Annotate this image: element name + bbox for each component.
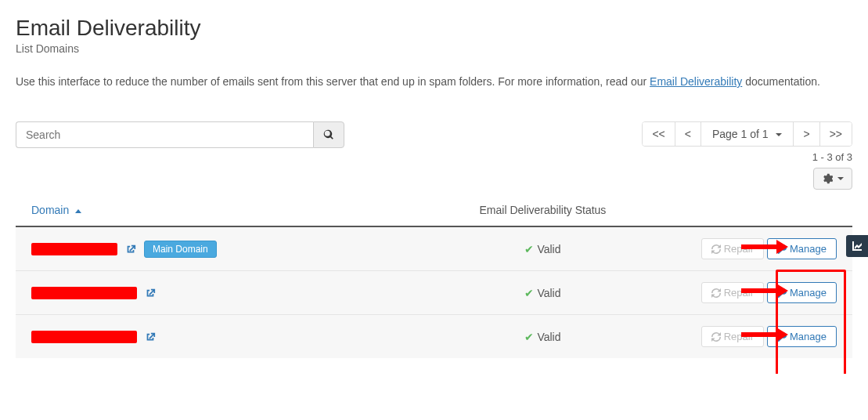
email-deliverability-link[interactable]: Email Deliverability xyxy=(650,75,742,88)
status-valid: ✔Valid xyxy=(524,243,560,255)
manage-button[interactable]: Manage xyxy=(767,326,837,347)
caret-down-icon xyxy=(837,177,844,180)
page-count: 1 - 3 of 3 xyxy=(642,151,852,163)
table-row: Main Domain✔ValidRepairManage xyxy=(16,226,852,271)
page-prev-button[interactable]: < xyxy=(675,122,701,146)
status-valid: ✔Valid xyxy=(524,331,560,343)
page-next-button[interactable]: > xyxy=(794,122,819,146)
manage-button[interactable]: Manage xyxy=(767,282,837,303)
external-link-icon[interactable] xyxy=(145,288,156,299)
status-valid: ✔Valid xyxy=(524,287,560,299)
search-input[interactable] xyxy=(16,121,313,148)
repair-button: Repair xyxy=(701,238,764,259)
table-row: ✔ValidRepairManage xyxy=(16,315,852,359)
page-subtitle: List Domains xyxy=(16,42,852,55)
search-icon xyxy=(323,129,334,140)
table-settings-button[interactable] xyxy=(813,168,852,190)
report-widget-button[interactable] xyxy=(846,235,868,257)
main-domain-badge: Main Domain xyxy=(144,241,217,258)
pagination: << < Page 1 of 1 > >> xyxy=(642,121,852,147)
page-select-button[interactable]: Page 1 of 1 xyxy=(701,122,794,146)
wrench-icon xyxy=(777,332,787,342)
column-header-status: Email Deliverability Status xyxy=(417,196,668,226)
page-first-button[interactable]: << xyxy=(643,122,675,146)
column-header-domain[interactable]: Domain xyxy=(16,196,417,226)
search-button[interactable] xyxy=(313,121,344,148)
domain-name-redacted xyxy=(31,331,137,343)
wrench-icon xyxy=(777,244,787,254)
wrench-icon xyxy=(777,288,787,298)
refresh-icon xyxy=(711,332,721,342)
search-group xyxy=(16,121,344,148)
description-text-pre: Use this interface to reduce the number … xyxy=(16,75,650,88)
check-icon: ✔ xyxy=(524,243,534,255)
chart-icon xyxy=(851,240,863,252)
repair-button: Repair xyxy=(701,282,764,303)
gear-icon xyxy=(822,173,833,184)
domains-table: Domain Email Deliverability Status Main … xyxy=(16,196,852,358)
external-link-icon[interactable] xyxy=(145,331,156,342)
sort-asc-icon xyxy=(75,209,81,213)
page-last-button[interactable]: >> xyxy=(820,122,852,146)
domain-name-redacted xyxy=(31,287,137,299)
page-label: Page 1 of 1 xyxy=(712,128,769,140)
caret-down-icon xyxy=(776,133,782,136)
refresh-icon xyxy=(711,288,721,298)
manage-button[interactable]: Manage xyxy=(767,238,837,259)
page-description: Use this interface to reduce the number … xyxy=(16,74,852,90)
column-header-domain-label: Domain xyxy=(31,204,69,216)
domain-name-redacted xyxy=(31,243,117,255)
page-title: Email Deliverability xyxy=(16,16,852,41)
repair-button: Repair xyxy=(701,326,764,347)
table-row: ✔ValidRepairManage xyxy=(16,271,852,315)
check-icon: ✔ xyxy=(524,287,534,299)
check-icon: ✔ xyxy=(524,331,534,343)
description-text-post: documentation. xyxy=(742,75,820,88)
refresh-icon xyxy=(711,244,721,254)
external-link-icon[interactable] xyxy=(125,244,136,255)
